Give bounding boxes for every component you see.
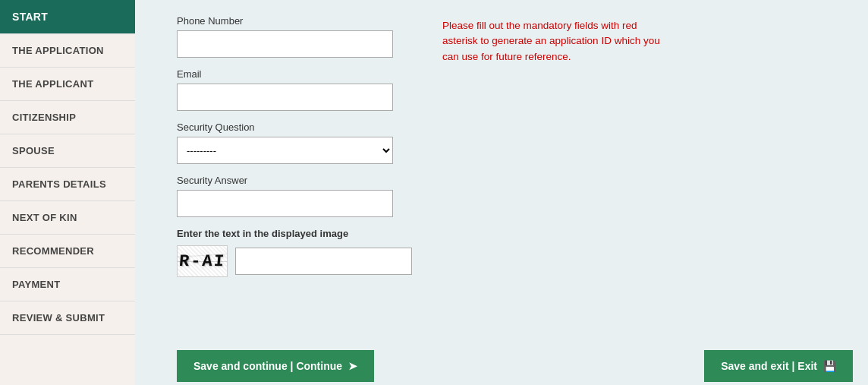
captcha-group: Enter the text in the displayed image R-… [177,228,412,277]
sidebar-item-application[interactable]: THE APPLICATION [0,34,135,68]
info-panel: Please fill out the mandatory fields wit… [442,15,838,339]
security-question-label: Security Question [177,121,412,133]
save-continue-button[interactable]: Save and continue | Continue ➤ [177,350,374,382]
security-question-group: Security Question --------- [177,121,412,164]
sidebar-item-citizenship[interactable]: CITIZENSHIP [0,101,135,134]
phone-number-label: Phone Number [177,15,412,27]
email-input[interactable] [177,84,393,111]
sidebar-item-payment[interactable]: PAYMENT [0,268,135,301]
security-answer-group: Security Answer [177,175,412,217]
continue-arrow-icon: ➤ [348,360,357,372]
sidebar-item-review-submit[interactable]: REVIEW & SUBMIT [0,301,135,335]
save-exit-label: Save and exit | Exit [721,360,817,372]
captcha-noise [178,246,227,276]
captcha-label: Enter the text in the displayed image [177,228,412,239]
security-question-select[interactable]: --------- [177,137,393,164]
save-continue-label: Save and continue | Continue [193,360,342,372]
main-content: Phone Number Email Security Question ---… [135,0,868,385]
phone-number-group: Phone Number [177,15,412,58]
captcha-row: R-AI [177,245,412,277]
info-text: Please fill out the mandatory fields wit… [442,18,670,65]
form-fields: Phone Number Email Security Question ---… [177,15,412,339]
form-area: Phone Number Email Security Question ---… [135,0,868,347]
sidebar-item-spouse[interactable]: SPOUSE [0,134,135,168]
captcha-image: R-AI [177,245,228,277]
sidebar-item-applicant[interactable]: THE APPLICANT [0,68,135,101]
captcha-input[interactable] [235,248,412,275]
sidebar: START THE APPLICATION THE APPLICANT CITI… [0,0,135,385]
email-label: Email [177,68,412,80]
bottom-bar: Save and continue | Continue ➤ Save and … [135,347,868,385]
captcha-display-text: R-AI [178,252,226,271]
security-answer-label: Security Answer [177,175,412,186]
exit-save-icon: 💾 [823,360,836,372]
sidebar-item-next-of-kin[interactable]: NEXT OF KIN [0,201,135,235]
sidebar-item-start[interactable]: START [0,0,135,34]
phone-number-input[interactable] [177,30,393,58]
security-answer-input[interactable] [177,190,393,217]
sidebar-item-parents-details[interactable]: PARENTS DETAILS [0,168,135,201]
save-exit-button[interactable]: Save and exit | Exit 💾 [704,350,853,382]
email-group: Email [177,68,412,111]
sidebar-item-recommender[interactable]: RECOMMENDER [0,235,135,268]
